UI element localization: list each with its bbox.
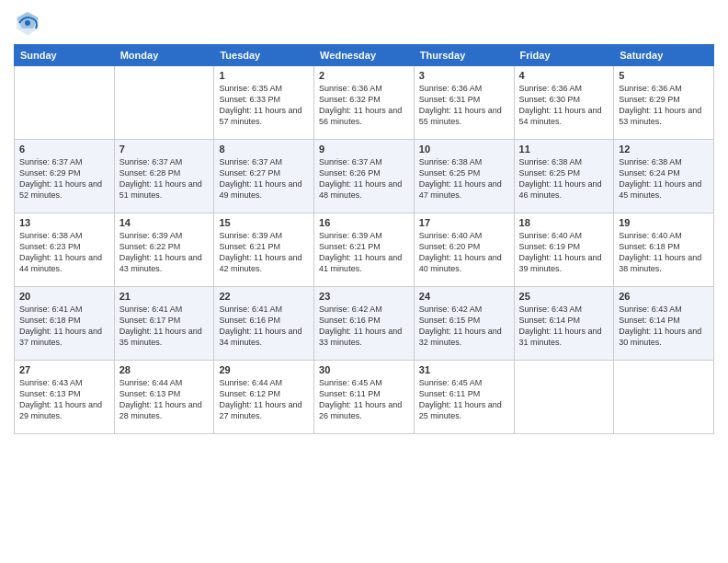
day-number: 5 bbox=[619, 70, 709, 81]
calendar-cell: 16Sunrise: 6:39 AMSunset: 6:21 PMDayligh… bbox=[314, 213, 415, 287]
day-number: 1 bbox=[219, 70, 309, 81]
day-number: 27 bbox=[19, 364, 109, 375]
day-number: 12 bbox=[619, 144, 709, 155]
week-row-1: 6Sunrise: 6:37 AMSunset: 6:29 PMDaylight… bbox=[15, 140, 714, 213]
calendar-cell: 25Sunrise: 6:43 AMSunset: 6:14 PMDayligh… bbox=[514, 287, 614, 361]
day-info: Sunrise: 6:44 AMSunset: 6:12 PMDaylight:… bbox=[219, 377, 309, 422]
calendar-cell: 18Sunrise: 6:40 AMSunset: 6:19 PMDayligh… bbox=[514, 213, 614, 287]
day-info: Sunrise: 6:45 AMSunset: 6:11 PMDaylight:… bbox=[319, 377, 409, 422]
calendar-cell: 8Sunrise: 6:37 AMSunset: 6:27 PMDaylight… bbox=[214, 140, 314, 213]
day-info: Sunrise: 6:37 AMSunset: 6:28 PMDaylight:… bbox=[119, 156, 210, 201]
weekday-header-wednesday: Wednesday bbox=[314, 45, 415, 66]
day-info: Sunrise: 6:35 AMSunset: 6:33 PMDaylight:… bbox=[219, 83, 309, 128]
calendar-cell bbox=[614, 361, 714, 434]
day-info: Sunrise: 6:37 AMSunset: 6:27 PMDaylight:… bbox=[219, 156, 309, 201]
day-info: Sunrise: 6:37 AMSunset: 6:26 PMDaylight:… bbox=[319, 156, 409, 201]
day-info: Sunrise: 6:36 AMSunset: 6:29 PMDaylight:… bbox=[619, 83, 709, 128]
day-info: Sunrise: 6:44 AMSunset: 6:13 PMDaylight:… bbox=[119, 377, 210, 422]
day-number: 21 bbox=[119, 291, 210, 302]
calendar-cell: 3Sunrise: 6:36 AMSunset: 6:31 PMDaylight… bbox=[414, 66, 514, 140]
calendar-cell: 9Sunrise: 6:37 AMSunset: 6:26 PMDaylight… bbox=[314, 140, 415, 213]
calendar-cell: 21Sunrise: 6:41 AMSunset: 6:17 PMDayligh… bbox=[114, 287, 214, 361]
calendar-cell: 29Sunrise: 6:44 AMSunset: 6:12 PMDayligh… bbox=[214, 361, 314, 434]
weekday-header-thursday: Thursday bbox=[414, 45, 514, 66]
day-info: Sunrise: 6:42 AMSunset: 6:16 PMDaylight:… bbox=[319, 304, 409, 349]
day-info: Sunrise: 6:36 AMSunset: 6:31 PMDaylight:… bbox=[419, 83, 509, 128]
day-info: Sunrise: 6:43 AMSunset: 6:14 PMDaylight:… bbox=[519, 304, 609, 349]
calendar-cell: 1Sunrise: 6:35 AMSunset: 6:33 PMDaylight… bbox=[214, 66, 314, 140]
calendar-cell: 7Sunrise: 6:37 AMSunset: 6:28 PMDaylight… bbox=[114, 140, 214, 213]
calendar-cell: 24Sunrise: 6:42 AMSunset: 6:15 PMDayligh… bbox=[414, 287, 514, 361]
day-number: 23 bbox=[319, 291, 409, 302]
calendar-cell: 10Sunrise: 6:38 AMSunset: 6:25 PMDayligh… bbox=[414, 140, 514, 213]
weekday-header-tuesday: Tuesday bbox=[214, 45, 314, 66]
day-info: Sunrise: 6:37 AMSunset: 6:29 PMDaylight:… bbox=[19, 156, 109, 201]
day-info: Sunrise: 6:45 AMSunset: 6:11 PMDaylight:… bbox=[419, 377, 509, 422]
day-number: 7 bbox=[119, 144, 210, 155]
calendar-cell: 13Sunrise: 6:38 AMSunset: 6:23 PMDayligh… bbox=[15, 213, 115, 287]
day-info: Sunrise: 6:41 AMSunset: 6:16 PMDaylight:… bbox=[219, 304, 309, 349]
weekday-header-monday: Monday bbox=[114, 45, 214, 66]
day-info: Sunrise: 6:36 AMSunset: 6:32 PMDaylight:… bbox=[319, 83, 409, 128]
day-number: 18 bbox=[519, 217, 609, 228]
calendar-cell bbox=[514, 361, 614, 434]
page: SundayMondayTuesdayWednesdayThursdayFrid… bbox=[0, 0, 728, 563]
calendar-cell: 14Sunrise: 6:39 AMSunset: 6:22 PMDayligh… bbox=[114, 213, 214, 287]
calendar-cell: 20Sunrise: 6:41 AMSunset: 6:18 PMDayligh… bbox=[15, 287, 115, 361]
week-row-3: 20Sunrise: 6:41 AMSunset: 6:18 PMDayligh… bbox=[15, 287, 714, 361]
calendar-cell: 6Sunrise: 6:37 AMSunset: 6:29 PMDaylight… bbox=[15, 140, 115, 213]
day-number: 22 bbox=[219, 291, 309, 302]
day-info: Sunrise: 6:43 AMSunset: 6:13 PMDaylight:… bbox=[19, 377, 109, 422]
calendar-cell: 23Sunrise: 6:42 AMSunset: 6:16 PMDayligh… bbox=[314, 287, 415, 361]
day-number: 24 bbox=[419, 291, 509, 302]
day-number: 4 bbox=[519, 70, 609, 81]
day-info: Sunrise: 6:41 AMSunset: 6:17 PMDaylight:… bbox=[119, 304, 210, 349]
day-info: Sunrise: 6:36 AMSunset: 6:30 PMDaylight:… bbox=[519, 83, 609, 128]
day-number: 25 bbox=[519, 291, 609, 302]
calendar-cell: 31Sunrise: 6:45 AMSunset: 6:11 PMDayligh… bbox=[414, 361, 514, 434]
calendar-cell: 11Sunrise: 6:38 AMSunset: 6:25 PMDayligh… bbox=[514, 140, 614, 213]
weekday-header-sunday: Sunday bbox=[15, 45, 115, 66]
calendar-cell bbox=[15, 66, 115, 140]
day-number: 30 bbox=[319, 364, 409, 375]
day-number: 3 bbox=[419, 70, 509, 81]
calendar-cell: 17Sunrise: 6:40 AMSunset: 6:20 PMDayligh… bbox=[414, 213, 514, 287]
day-number: 26 bbox=[619, 291, 709, 302]
day-number: 6 bbox=[19, 144, 109, 155]
day-info: Sunrise: 6:40 AMSunset: 6:18 PMDaylight:… bbox=[619, 230, 709, 275]
weekday-header-row: SundayMondayTuesdayWednesdayThursdayFrid… bbox=[15, 45, 714, 66]
day-info: Sunrise: 6:40 AMSunset: 6:19 PMDaylight:… bbox=[519, 230, 609, 275]
calendar-cell: 22Sunrise: 6:41 AMSunset: 6:16 PMDayligh… bbox=[214, 287, 314, 361]
day-number: 11 bbox=[519, 144, 609, 155]
calendar-cell: 15Sunrise: 6:39 AMSunset: 6:21 PMDayligh… bbox=[214, 213, 314, 287]
week-row-0: 1Sunrise: 6:35 AMSunset: 6:33 PMDaylight… bbox=[15, 66, 714, 140]
week-row-4: 27Sunrise: 6:43 AMSunset: 6:13 PMDayligh… bbox=[15, 361, 714, 434]
calendar-cell bbox=[114, 66, 214, 140]
calendar-cell: 12Sunrise: 6:38 AMSunset: 6:24 PMDayligh… bbox=[614, 140, 714, 213]
day-info: Sunrise: 6:39 AMSunset: 6:22 PMDaylight:… bbox=[119, 230, 210, 275]
day-info: Sunrise: 6:38 AMSunset: 6:25 PMDaylight:… bbox=[419, 156, 509, 201]
calendar-cell: 27Sunrise: 6:43 AMSunset: 6:13 PMDayligh… bbox=[15, 361, 115, 434]
calendar-cell: 5Sunrise: 6:36 AMSunset: 6:29 PMDaylight… bbox=[614, 66, 714, 140]
day-info: Sunrise: 6:38 AMSunset: 6:23 PMDaylight:… bbox=[19, 230, 109, 275]
day-number: 16 bbox=[319, 217, 409, 228]
day-number: 20 bbox=[19, 291, 109, 302]
day-number: 31 bbox=[419, 364, 509, 375]
day-number: 2 bbox=[319, 70, 409, 81]
day-number: 19 bbox=[619, 217, 709, 228]
day-info: Sunrise: 6:38 AMSunset: 6:25 PMDaylight:… bbox=[519, 156, 609, 201]
header bbox=[14, 9, 714, 37]
day-number: 29 bbox=[219, 364, 309, 375]
day-number: 8 bbox=[219, 144, 309, 155]
calendar-cell: 28Sunrise: 6:44 AMSunset: 6:13 PMDayligh… bbox=[114, 361, 214, 434]
logo-icon bbox=[14, 9, 41, 37]
calendar-table: SundayMondayTuesdayWednesdayThursdayFrid… bbox=[14, 44, 714, 434]
weekday-header-friday: Friday bbox=[514, 45, 614, 66]
day-number: 10 bbox=[419, 144, 509, 155]
day-info: Sunrise: 6:42 AMSunset: 6:15 PMDaylight:… bbox=[419, 304, 509, 349]
day-info: Sunrise: 6:39 AMSunset: 6:21 PMDaylight:… bbox=[319, 230, 409, 275]
calendar-cell: 26Sunrise: 6:43 AMSunset: 6:14 PMDayligh… bbox=[614, 287, 714, 361]
day-number: 17 bbox=[419, 217, 509, 228]
weekday-header-saturday: Saturday bbox=[614, 45, 714, 66]
day-number: 15 bbox=[219, 217, 309, 228]
